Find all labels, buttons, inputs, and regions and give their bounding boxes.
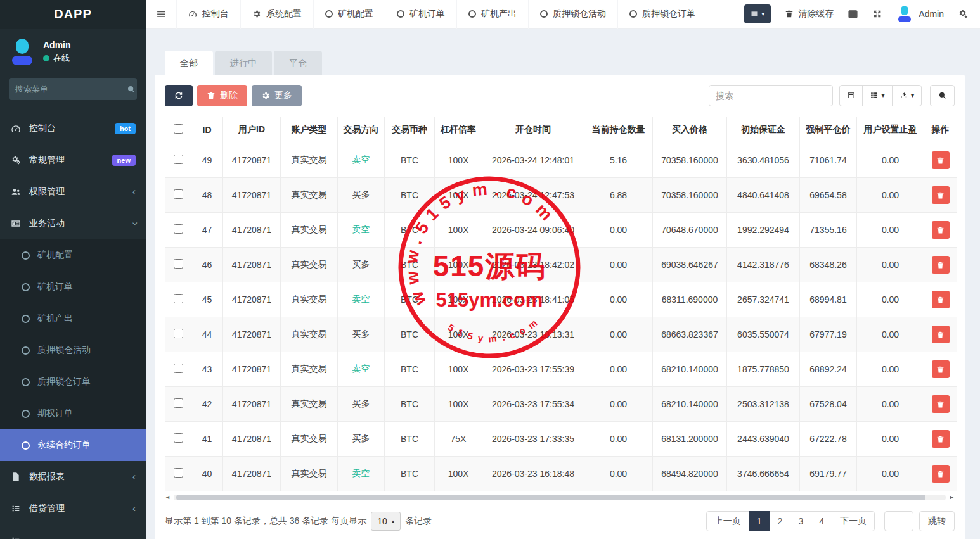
submenu-item-4[interactable]: 质押锁仓订单 (0, 366, 146, 398)
row-delete-button[interactable] (932, 186, 950, 204)
settings-gears-icon[interactable] (958, 9, 969, 20)
gear-icon (261, 91, 270, 100)
fullscreen-icon[interactable] (872, 9, 882, 19)
detail-view-button[interactable] (839, 85, 863, 106)
avatar (896, 6, 913, 22)
circle-icon (22, 441, 30, 450)
submenu-item-6[interactable]: 永续合约订单 (0, 429, 146, 461)
nav-item-6[interactable]: 质押锁仓订单 (617, 0, 707, 29)
columns-button[interactable]: ▾ (862, 85, 892, 106)
table-row: 4441720871真实交易买多BTC100X2026-03-23 18:13:… (165, 317, 957, 352)
row-checkbox[interactable] (174, 189, 183, 199)
cell-leverage: 100X (435, 317, 482, 352)
sidebar-bottom-item-1[interactable]: 借贷管理‹ (0, 493, 146, 524)
export-button[interactable]: ▾ (892, 85, 922, 106)
row-delete-button[interactable] (932, 221, 950, 239)
row-checkbox[interactable] (174, 398, 183, 408)
scroll-right-arrow-icon[interactable]: ► (949, 494, 955, 500)
delete-button[interactable]: 删除 (197, 85, 247, 106)
row-checkbox[interactable] (174, 468, 183, 478)
scrollbar-track[interactable] (174, 495, 946, 500)
sidebar-item-2[interactable]: 权限管理‹ (0, 176, 146, 208)
scroll-left-arrow-icon[interactable]: ◄ (165, 494, 171, 500)
search-icon[interactable] (127, 85, 136, 94)
prev-page-button[interactable]: 上一页 (706, 511, 749, 531)
more-button[interactable]: 更多 (252, 85, 302, 106)
nav-item-1[interactable]: 系统配置 (240, 0, 313, 29)
row-checkbox[interactable] (174, 329, 183, 338)
row-checkbox[interactable] (174, 259, 183, 269)
submenu-item-3[interactable]: 质押锁仓活动 (0, 334, 146, 366)
page-button-1[interactable]: 1 (749, 511, 770, 531)
page-size-select[interactable]: 10▴ (371, 512, 401, 531)
nav-list-toggle-button[interactable]: ▾ (744, 4, 771, 23)
cell-account-type: 真实交易 (281, 352, 338, 387)
row-delete-button[interactable] (932, 326, 950, 343)
row-checkbox[interactable] (174, 433, 183, 443)
page-buttons: 1234 (749, 511, 832, 531)
sidebar-search-input[interactable] (15, 84, 127, 94)
cell-id: 47 (191, 213, 223, 248)
page-button-4[interactable]: 4 (811, 511, 832, 531)
cell-take-profit: 0.00 (857, 213, 924, 248)
row-checkbox[interactable] (174, 155, 183, 164)
row-delete-button[interactable] (932, 395, 950, 413)
caret-down-icon: ▾ (882, 92, 885, 99)
cell-coin: BTC (385, 248, 435, 282)
nav-item-2[interactable]: 矿机配置 (313, 0, 385, 29)
row-delete-button[interactable] (932, 465, 950, 483)
row-delete-button[interactable] (932, 291, 950, 308)
nav-item-5[interactable]: 质押锁仓活动 (528, 0, 617, 29)
page-button-3[interactable]: 3 (790, 511, 811, 531)
table-search-input[interactable] (709, 85, 833, 106)
sidebar-item-0[interactable]: 控制台hot (0, 113, 146, 144)
jump-button[interactable]: 跳转 (919, 511, 955, 531)
submenu-item-0[interactable]: 矿机配置 (0, 239, 146, 271)
sidebar-item-1[interactable]: 常规管理new (0, 144, 146, 176)
row-delete-button[interactable] (932, 151, 950, 169)
jump-page-input[interactable] (884, 511, 913, 531)
cell-account-type: 真实交易 (281, 143, 338, 178)
badge-hot: hot (115, 123, 136, 134)
row-checkbox[interactable] (174, 224, 183, 234)
sidebar-bottom-item-2[interactable] (0, 524, 146, 539)
column-header-2: 账户类型 (281, 117, 338, 143)
select-all-checkbox[interactable] (174, 124, 183, 134)
cell-liq-price: 68994.81 (800, 282, 857, 317)
cell-take-profit: 0.00 (857, 422, 924, 457)
cell-position: 0.00 (584, 282, 653, 317)
gears-icon (10, 155, 22, 165)
row-delete-button[interactable] (932, 430, 950, 448)
scrollbar-thumb[interactable] (176, 495, 925, 500)
search-button[interactable] (930, 85, 955, 106)
page-button-2[interactable]: 2 (770, 511, 791, 531)
column-header-10: 强制平仓价 (800, 117, 857, 143)
hamburger-icon[interactable] (146, 0, 176, 29)
nav-item-3[interactable]: 矿机订单 (385, 0, 456, 29)
language-icon[interactable] (848, 9, 858, 20)
submenu-item-2[interactable]: 矿机产出 (0, 303, 146, 334)
nav-item-0[interactable]: 控制台 (176, 0, 240, 29)
tab-2[interactable]: 平仓 (274, 51, 322, 75)
nav-item-4[interactable]: 矿机产出 (456, 0, 528, 29)
row-delete-button[interactable] (932, 360, 950, 378)
next-page-button[interactable]: 下一页 (832, 511, 875, 531)
navbar-user[interactable]: Admin (896, 6, 944, 22)
table-header-row: ID用户ID账户类型交易方向交易币种杠杆倍率开仓时间当前持仓数量买入价格初始保证… (165, 117, 957, 143)
clear-cache-button[interactable]: 清除缓存 (785, 8, 834, 20)
sidebar-item-label: 常规管理 (29, 155, 65, 166)
sidebar-submenu: 矿机配置矿机订单矿机产出质押锁仓活动质押锁仓订单期权订单永续合约订单 (0, 239, 146, 461)
sidebar-bottom-item-0[interactable]: 数据报表‹ (0, 461, 146, 493)
submenu-item-5[interactable]: 期权订单 (0, 398, 146, 429)
navbar-right: ▾ 清除缓存 Admin (744, 4, 980, 23)
refresh-button[interactable] (165, 85, 193, 106)
row-checkbox[interactable] (174, 294, 183, 303)
row-delete-button[interactable] (932, 256, 950, 274)
submenu-item-1[interactable]: 矿机订单 (0, 271, 146, 303)
table-row: 4941720871真实交易卖空BTC100X2026-03-24 12:48:… (165, 143, 957, 178)
tab-0[interactable]: 全部 (165, 51, 213, 75)
sidebar-item-3[interactable]: 业务活动‹ (0, 208, 146, 239)
row-checkbox[interactable] (174, 364, 183, 373)
top-navbar: 控制台系统配置矿机配置矿机订单矿机产出质押锁仓活动质押锁仓订单 ▾ 清除缓存 A… (146, 0, 980, 29)
tab-1[interactable]: 进行中 (215, 51, 272, 75)
